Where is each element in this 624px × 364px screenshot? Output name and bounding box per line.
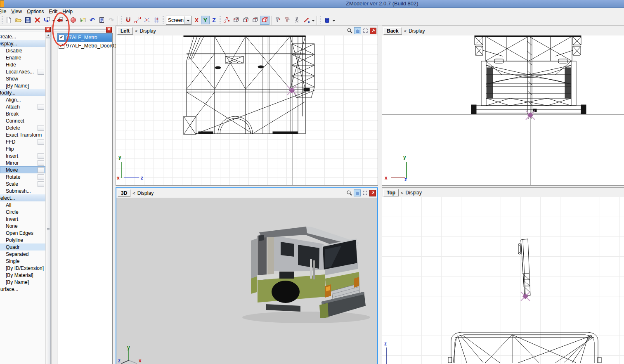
vertices-mode-button[interactable] (222, 16, 232, 25)
command-local-axes[interactable]: Local Axes... (0, 68, 46, 75)
axis-y-button[interactable]: Y (201, 16, 210, 24)
commands-panel-grip[interactable] (0, 27, 45, 31)
viewport-3d-name-button[interactable]: 3D (118, 189, 130, 197)
maximize-viewport-button[interactable] (369, 190, 376, 196)
command-option-button[interactable] (38, 160, 44, 166)
command-option-button[interactable] (38, 181, 44, 187)
viewport-display-menu[interactable]: Display (409, 28, 425, 34)
fit-view-tool-icon[interactable] (362, 189, 369, 196)
scrollbar-up-icon[interactable]: ▲ (46, 32, 51, 38)
command-all[interactable]: All (0, 201, 46, 208)
command-create[interactable]: Create... (0, 33, 46, 40)
object-visibility-checkbox[interactable]: ✓ (59, 35, 64, 40)
command-separated[interactable]: Separated (0, 251, 46, 258)
viewport-display-menu[interactable]: Display (139, 28, 156, 34)
object-visibility-checkbox[interactable]: ✓ (59, 43, 64, 49)
pan-hand-tool-icon[interactable] (354, 27, 361, 34)
command-select[interactable]: Select... (0, 194, 46, 201)
command-attach[interactable]: Attach (0, 103, 46, 110)
command-flip[interactable]: Flip (0, 145, 46, 152)
snap-intersection-button[interactable] (142, 16, 152, 25)
command-exact-transform[interactable]: Exact Transform (0, 131, 46, 138)
scrollbar-thumb[interactable] (46, 38, 51, 364)
command-open-edges[interactable]: Open Edges (0, 229, 46, 236)
filter-polygons-button[interactable] (283, 16, 292, 25)
commands-scrollbar[interactable]: ▲ (45, 32, 51, 364)
materials-dropdown[interactable] (332, 16, 336, 25)
viewport-back-canvas[interactable]: y x z (382, 35, 624, 185)
command-scale[interactable]: Scale (0, 180, 46, 187)
snap-grid-button[interactable] (152, 16, 161, 25)
command-option-button[interactable] (38, 167, 44, 173)
redo-button[interactable]: ↷ (106, 16, 116, 25)
material-sphere-button[interactable] (69, 16, 78, 25)
toolbar-grip[interactable] (320, 16, 321, 24)
command-disable[interactable]: Disable (0, 47, 46, 54)
command-move[interactable]: Move (0, 166, 46, 173)
log-button[interactable] (97, 16, 106, 25)
toolbar-grip[interactable] (2, 16, 3, 24)
maximize-viewport-button[interactable] (370, 28, 376, 34)
viewport-display-menu[interactable]: Display (406, 190, 422, 196)
viewport-top-canvas[interactable]: z (382, 197, 624, 364)
axis-z-button[interactable]: Z (210, 16, 218, 24)
materials-bucket-button[interactable] (322, 16, 332, 25)
command-modify[interactable]: Modify... (0, 89, 46, 96)
viewport-back-name-button[interactable]: Back (383, 27, 402, 35)
undo-button[interactable]: ↶ (87, 16, 97, 25)
command-option-button[interactable] (38, 153, 44, 159)
command-delete[interactable]: Delete (0, 124, 46, 131)
export-dropdown[interactable] (52, 16, 55, 25)
save-button[interactable] (23, 16, 33, 25)
menu-view[interactable]: View (9, 8, 24, 15)
objects-panel-grip[interactable] (52, 27, 106, 31)
new-document-button[interactable] (4, 16, 14, 25)
texture-browser-button[interactable] (78, 16, 87, 25)
command-break[interactable]: Break (0, 110, 46, 117)
cube-edges-button[interactable] (241, 16, 251, 25)
objects-panel-close-button[interactable]: ✕ (106, 27, 112, 33)
command-by-id-extension[interactable]: [By ID/Extension] (0, 265, 46, 272)
command-insert[interactable]: Insert (0, 152, 46, 159)
command-invert[interactable]: Invert (0, 215, 46, 222)
viewport-display-menu[interactable]: Display (137, 190, 154, 196)
filter-vertices-button[interactable] (273, 16, 283, 25)
cube-objects-button[interactable] (260, 16, 269, 25)
cube-vertices-button[interactable] (232, 16, 241, 25)
command-quadr[interactable]: Quadr (0, 243, 46, 251)
viewport-3d-canvas[interactable]: y z x (116, 198, 377, 364)
zoom-tool-icon[interactable] (346, 189, 353, 196)
command-by-name[interactable]: [By Name] (0, 82, 46, 89)
command-option-button[interactable] (38, 69, 44, 75)
command-option-button[interactable] (38, 139, 44, 145)
command-enable[interactable]: Enable (0, 54, 46, 61)
command-option-button[interactable] (38, 125, 44, 131)
command-rotate[interactable]: Rotate (0, 173, 46, 180)
pan-hand-tool-icon[interactable] (354, 189, 361, 196)
import-button[interactable] (55, 16, 65, 25)
viewport-left-canvas[interactable]: y x z (116, 35, 378, 185)
cube-faces-button[interactable] (251, 16, 260, 25)
command-display[interactable]: Display... (0, 40, 46, 47)
export-button[interactable] (42, 16, 52, 25)
toolbar-grip[interactable] (121, 16, 122, 24)
import-dropdown[interactable] (65, 16, 69, 25)
command-connect[interactable]: Connect (0, 117, 46, 124)
menu-edit[interactable]: Edit (47, 8, 60, 15)
command-option-button[interactable] (38, 174, 44, 180)
command-submesh[interactable]: Submesh... (0, 187, 46, 194)
toolbar-grip[interactable] (220, 16, 221, 24)
command-polyline[interactable]: Polyline (0, 236, 46, 243)
object-row-97alf_metro[interactable]: ✓97ALF_Metro (57, 33, 112, 42)
command-ffd[interactable]: FFD (0, 138, 46, 145)
command-single[interactable]: Single (0, 258, 46, 265)
fit-view-tool-icon[interactable] (362, 27, 369, 34)
screen-mode-combo[interactable]: Screen (166, 16, 191, 25)
menu-options[interactable]: Options (24, 8, 46, 15)
skeleton-button[interactable] (292, 16, 302, 25)
command-option-button[interactable] (38, 104, 44, 110)
bones-button[interactable] (302, 16, 311, 25)
snap-vertices-button[interactable] (133, 16, 142, 25)
command-none[interactable]: None (0, 222, 46, 229)
command-circle[interactable]: Circle (0, 208, 46, 215)
